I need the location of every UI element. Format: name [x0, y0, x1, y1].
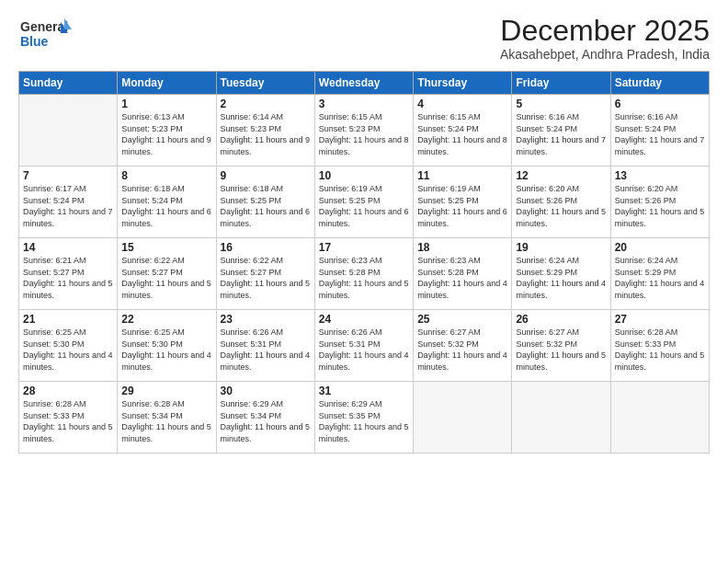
calendar-cell: 1Sunrise: 6:13 AMSunset: 5:23 PMDaylight…	[118, 95, 216, 167]
day-number: 19	[516, 241, 606, 254]
day-number: 3	[319, 98, 409, 110]
calendar-cell: 20Sunrise: 6:24 AMSunset: 5:29 PMDayligh…	[610, 238, 709, 310]
day-info: Sunrise: 6:19 AMSunset: 5:25 PMDaylight:…	[319, 183, 409, 229]
day-info: Sunrise: 6:24 AMSunset: 5:29 PMDaylight:…	[516, 255, 606, 301]
calendar-cell: 30Sunrise: 6:29 AMSunset: 5:34 PMDayligh…	[216, 382, 314, 454]
calendar-cell	[414, 382, 512, 454]
day-info: Sunrise: 6:19 AMSunset: 5:25 PMDaylight:…	[417, 183, 507, 229]
weekday-header-monday: Monday	[118, 72, 216, 95]
day-info: Sunrise: 6:20 AMSunset: 5:26 PMDaylight:…	[615, 183, 705, 229]
day-number: 6	[615, 98, 705, 110]
calendar-cell: 3Sunrise: 6:15 AMSunset: 5:23 PMDaylight…	[314, 95, 413, 167]
day-number: 25	[417, 313, 507, 326]
day-number: 13	[615, 169, 705, 182]
day-number: 17	[319, 241, 409, 254]
calendar-cell: 7Sunrise: 6:17 AMSunset: 5:24 PMDaylight…	[19, 167, 118, 238]
weekday-header-tuesday: Tuesday	[216, 72, 314, 95]
day-number: 11	[417, 169, 507, 182]
calendar-week-5: 28Sunrise: 6:28 AMSunset: 5:33 PMDayligh…	[19, 382, 710, 454]
day-info: Sunrise: 6:18 AMSunset: 5:25 PMDaylight:…	[221, 183, 311, 229]
calendar-cell: 6Sunrise: 6:16 AMSunset: 5:24 PMDaylight…	[610, 95, 709, 167]
day-info: Sunrise: 6:27 AMSunset: 5:32 PMDaylight:…	[417, 327, 507, 373]
day-number: 26	[516, 313, 606, 326]
weekday-header-sunday: Sunday	[19, 72, 118, 95]
day-number: 27	[615, 313, 705, 326]
day-number: 12	[516, 169, 606, 182]
calendar-cell	[19, 95, 118, 167]
calendar-cell: 22Sunrise: 6:25 AMSunset: 5:30 PMDayligh…	[118, 310, 216, 382]
day-number: 8	[121, 169, 211, 182]
day-info: Sunrise: 6:17 AMSunset: 5:24 PMDaylight:…	[23, 183, 113, 229]
day-info: Sunrise: 6:28 AMSunset: 5:34 PMDaylight:…	[121, 398, 211, 444]
day-number: 30	[221, 385, 311, 397]
calendar-cell: 11Sunrise: 6:19 AMSunset: 5:25 PMDayligh…	[414, 167, 512, 238]
day-info: Sunrise: 6:16 AMSunset: 5:24 PMDaylight:…	[516, 111, 606, 157]
calendar-cell: 8Sunrise: 6:18 AMSunset: 5:24 PMDaylight…	[118, 167, 216, 238]
day-number: 9	[221, 169, 311, 182]
weekday-header-wednesday: Wednesday	[314, 72, 413, 95]
calendar-table: SundayMondayTuesdayWednesdayThursdayFrid…	[18, 71, 710, 454]
calendar-week-3: 14Sunrise: 6:21 AMSunset: 5:27 PMDayligh…	[19, 238, 710, 310]
day-number: 29	[121, 385, 211, 397]
calendar-cell: 19Sunrise: 6:24 AMSunset: 5:29 PMDayligh…	[512, 238, 610, 310]
calendar-cell: 31Sunrise: 6:29 AMSunset: 5:35 PMDayligh…	[314, 382, 413, 454]
day-number: 10	[319, 169, 409, 182]
day-info: Sunrise: 6:26 AMSunset: 5:31 PMDaylight:…	[221, 327, 311, 373]
calendar-cell: 12Sunrise: 6:20 AMSunset: 5:26 PMDayligh…	[512, 167, 610, 238]
day-number: 4	[417, 98, 507, 110]
calendar-week-1: 1Sunrise: 6:13 AMSunset: 5:23 PMDaylight…	[19, 95, 710, 167]
header: GeneralBlue December 2025 Akasahebpet, A…	[18, 15, 710, 62]
calendar-cell: 13Sunrise: 6:20 AMSunset: 5:26 PMDayligh…	[610, 167, 709, 238]
day-number: 1	[121, 98, 211, 110]
day-number: 14	[23, 241, 113, 254]
day-number: 18	[417, 241, 507, 254]
day-info: Sunrise: 6:13 AMSunset: 5:23 PMDaylight:…	[121, 111, 211, 157]
day-number: 31	[319, 385, 409, 397]
weekday-header-saturday: Saturday	[610, 72, 709, 95]
calendar-cell: 28Sunrise: 6:28 AMSunset: 5:33 PMDayligh…	[19, 382, 118, 454]
weekday-header-thursday: Thursday	[414, 72, 512, 95]
calendar-cell: 24Sunrise: 6:26 AMSunset: 5:31 PMDayligh…	[314, 310, 413, 382]
day-number: 16	[221, 241, 311, 254]
day-info: Sunrise: 6:22 AMSunset: 5:27 PMDaylight:…	[121, 255, 211, 301]
logo-svg: GeneralBlue	[18, 15, 74, 56]
day-info: Sunrise: 6:28 AMSunset: 5:33 PMDaylight:…	[23, 398, 113, 444]
calendar-cell: 18Sunrise: 6:23 AMSunset: 5:28 PMDayligh…	[414, 238, 512, 310]
day-number: 21	[23, 313, 113, 326]
calendar-cell: 25Sunrise: 6:27 AMSunset: 5:32 PMDayligh…	[414, 310, 512, 382]
day-info: Sunrise: 6:23 AMSunset: 5:28 PMDaylight:…	[417, 255, 507, 301]
title-block: December 2025 Akasahebpet, Andhra Prades…	[500, 15, 710, 62]
calendar-cell: 15Sunrise: 6:22 AMSunset: 5:27 PMDayligh…	[118, 238, 216, 310]
day-info: Sunrise: 6:25 AMSunset: 5:30 PMDaylight:…	[121, 327, 211, 373]
weekday-header-friday: Friday	[512, 72, 610, 95]
day-info: Sunrise: 6:15 AMSunset: 5:24 PMDaylight:…	[417, 111, 507, 157]
location-subtitle: Akasahebpet, Andhra Pradesh, India	[500, 47, 710, 62]
calendar-cell	[610, 382, 709, 454]
day-number: 28	[23, 385, 113, 397]
day-info: Sunrise: 6:27 AMSunset: 5:32 PMDaylight:…	[516, 327, 606, 373]
day-info: Sunrise: 6:18 AMSunset: 5:24 PMDaylight:…	[121, 183, 211, 229]
day-info: Sunrise: 6:22 AMSunset: 5:27 PMDaylight:…	[221, 255, 311, 301]
calendar-cell: 9Sunrise: 6:18 AMSunset: 5:25 PMDaylight…	[216, 167, 314, 238]
calendar-cell: 26Sunrise: 6:27 AMSunset: 5:32 PMDayligh…	[512, 310, 610, 382]
calendar-cell: 27Sunrise: 6:28 AMSunset: 5:33 PMDayligh…	[610, 310, 709, 382]
calendar-cell: 10Sunrise: 6:19 AMSunset: 5:25 PMDayligh…	[314, 167, 413, 238]
day-number: 20	[615, 241, 705, 254]
calendar-cell: 14Sunrise: 6:21 AMSunset: 5:27 PMDayligh…	[19, 238, 118, 310]
weekday-header-row: SundayMondayTuesdayWednesdayThursdayFrid…	[19, 72, 710, 95]
calendar-cell: 23Sunrise: 6:26 AMSunset: 5:31 PMDayligh…	[216, 310, 314, 382]
day-info: Sunrise: 6:26 AMSunset: 5:31 PMDaylight:…	[319, 327, 409, 373]
day-info: Sunrise: 6:24 AMSunset: 5:29 PMDaylight:…	[615, 255, 705, 301]
calendar-week-4: 21Sunrise: 6:25 AMSunset: 5:30 PMDayligh…	[19, 310, 710, 382]
day-info: Sunrise: 6:16 AMSunset: 5:24 PMDaylight:…	[615, 111, 705, 157]
calendar-week-2: 7Sunrise: 6:17 AMSunset: 5:24 PMDaylight…	[19, 167, 710, 238]
calendar-cell: 29Sunrise: 6:28 AMSunset: 5:34 PMDayligh…	[118, 382, 216, 454]
day-info: Sunrise: 6:25 AMSunset: 5:30 PMDaylight:…	[23, 327, 113, 373]
day-number: 2	[221, 98, 311, 110]
day-number: 22	[121, 313, 211, 326]
day-info: Sunrise: 6:21 AMSunset: 5:27 PMDaylight:…	[23, 255, 113, 301]
day-info: Sunrise: 6:23 AMSunset: 5:28 PMDaylight:…	[319, 255, 409, 301]
month-title: December 2025	[500, 15, 710, 47]
day-info: Sunrise: 6:29 AMSunset: 5:35 PMDaylight:…	[319, 398, 409, 444]
day-info: Sunrise: 6:29 AMSunset: 5:34 PMDaylight:…	[221, 398, 311, 444]
